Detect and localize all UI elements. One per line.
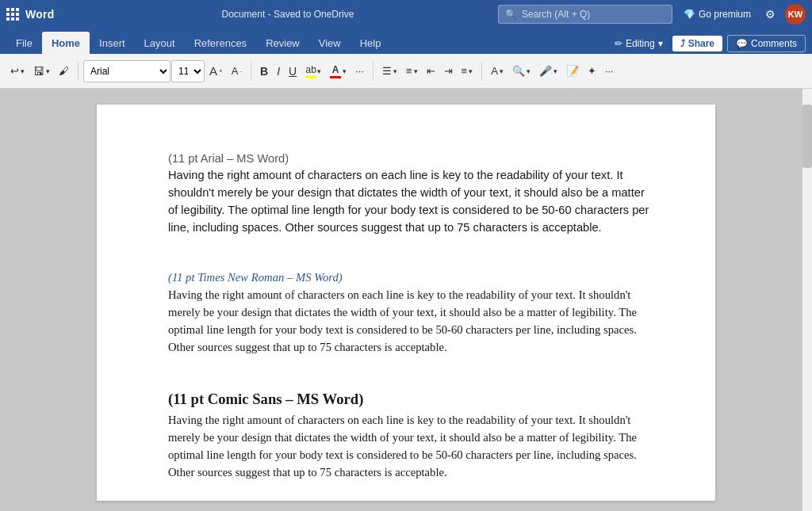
paint-brush-icon: 🖌: [59, 65, 69, 77]
highlight-chevron: ▾: [317, 67, 321, 75]
font-group: Arial Times New Roman Comic Sans MS 11 1…: [83, 59, 246, 83]
search-bar[interactable]: 🔍: [498, 5, 672, 24]
ribbon-tabs-bar: File Home Insert Layout References Revie…: [0, 29, 812, 54]
save-icon: 🖫: [33, 65, 44, 78]
share-icon: ⤴: [680, 38, 685, 49]
undo-group: ↩▾ 🖫 ▾ 🖌: [6, 59, 73, 83]
font-color-chevron: ▾: [343, 67, 347, 75]
search-input[interactable]: [522, 9, 665, 20]
indent-button[interactable]: ⇥: [440, 59, 457, 83]
bullet-list-button[interactable]: ☰▾: [378, 59, 401, 83]
underline-button[interactable]: U: [285, 59, 301, 83]
more-format-button[interactable]: ···: [351, 59, 368, 83]
font-grow-icon: A: [209, 64, 217, 78]
font-color-icon: A: [332, 64, 339, 75]
tab-help[interactable]: Help: [350, 32, 391, 54]
separator-2: [251, 62, 251, 81]
find-icon: 🔍: [512, 65, 525, 77]
tab-home[interactable]: Home: [42, 32, 90, 54]
font-grow-button[interactable]: A+: [205, 59, 227, 83]
tab-references[interactable]: References: [185, 32, 256, 54]
app-icon-area: Word: [6, 8, 78, 21]
share-button[interactable]: ⤴ Share: [672, 36, 722, 51]
go-premium-button[interactable]: 💎 Go premium: [679, 7, 756, 21]
italic-button[interactable]: I: [273, 59, 284, 83]
comment-icon: 💬: [736, 38, 748, 49]
underline-icon: U: [289, 65, 297, 78]
highlight-color-bar: [305, 76, 316, 78]
font-family-select[interactable]: Arial Times New Roman Comic Sans MS: [83, 60, 170, 82]
list-group: ☰▾ ≡▾ ⇤ ⇥ ≡▾: [378, 59, 477, 83]
ribbon-right-actions: ✏ Editing ▾ ⤴ Share 💬 Comments: [610, 35, 806, 54]
text-style-icon: A: [491, 65, 498, 77]
section2-body[interactable]: Having the right amount of characters on…: [168, 286, 652, 356]
font-size-select[interactable]: 11 12 14: [171, 60, 205, 82]
text-style-button[interactable]: A▾: [487, 59, 508, 83]
section2-label: (11 pt Times New Roman – MS Word): [168, 271, 652, 284]
tab-insert[interactable]: Insert: [90, 32, 135, 54]
tab-file[interactable]: File: [6, 32, 42, 54]
font-shrink-button[interactable]: A-: [228, 59, 246, 83]
comments-button[interactable]: 💬 Comments: [727, 35, 806, 52]
style-group: A▾ 🔍▾ 🎤▾ 📝 ✦ ···: [487, 59, 618, 83]
font-color-bar: [330, 76, 341, 78]
format-group: B I U ab ▾ A ▾ ···: [256, 59, 368, 83]
tab-view[interactable]: View: [309, 32, 350, 54]
microphone-icon: 🎤: [539, 65, 552, 77]
more-toolbar-button[interactable]: ···: [601, 59, 618, 83]
undo-button[interactable]: ↩▾: [6, 59, 29, 83]
numbered-list-button[interactable]: ≡▾: [402, 59, 422, 83]
italic-icon: I: [277, 65, 280, 78]
save-button[interactable]: 🖫 ▾: [29, 59, 54, 83]
bold-button[interactable]: B: [256, 59, 272, 83]
scrollbar-track[interactable]: [802, 89, 812, 511]
rewrite-icon: ✦: [588, 65, 596, 77]
align-button[interactable]: ≡▾: [458, 59, 477, 83]
find-button[interactable]: 🔍▾: [508, 59, 534, 83]
avatar[interactable]: KW: [785, 4, 806, 25]
title-bar: Word Document - Saved to OneDrive 🔍 💎 Go…: [0, 0, 812, 29]
editing-mode-button[interactable]: ✏ Editing ▾: [610, 36, 668, 51]
tab-layout[interactable]: Layout: [135, 32, 185, 54]
waffle-icon[interactable]: [6, 8, 19, 21]
paint-format-button[interactable]: 🖌: [55, 59, 73, 83]
editor-button[interactable]: 📝: [562, 59, 583, 83]
highlighter-icon: ab: [305, 64, 316, 75]
document-area: (11 pt Arial – MS Word) Having the right…: [0, 89, 812, 511]
app-name: Word: [25, 8, 55, 21]
scrollbar-thumb[interactable]: [802, 105, 812, 168]
search-icon: 🔍: [505, 9, 517, 20]
outdent-button[interactable]: ⇤: [423, 59, 439, 83]
document-page: (11 pt Arial – MS Word) Having the right…: [97, 105, 715, 501]
separator-3: [373, 62, 373, 81]
section1-label: (11 pt Arial – MS Word): [168, 152, 652, 165]
pencil-icon: ✏: [615, 38, 622, 49]
bold-icon: B: [260, 65, 268, 78]
section3-body[interactable]: Having the right amount of characters on…: [168, 411, 652, 481]
title-right: 💎 Go premium ⚙ KW: [679, 4, 806, 25]
font-shrink-icon: A: [232, 65, 239, 77]
rewrite-button[interactable]: ✦: [584, 59, 600, 83]
dictate-button[interactable]: 🎤▾: [535, 59, 561, 83]
section1-body[interactable]: Having the right amount of characters on…: [168, 166, 652, 236]
title-bar-content: Word Document - Saved to OneDrive 🔍 💎 Go…: [6, 4, 806, 25]
formatting-toolbar: ↩▾ 🖫 ▾ 🖌 Arial Times New Roman Comic San…: [0, 54, 812, 89]
tab-review[interactable]: Review: [256, 32, 309, 54]
doc-title: Document - Saved to OneDrive: [84, 9, 492, 20]
section3-label: (11 pt Comic Sans – MS Word): [168, 391, 652, 408]
diamond-icon: 💎: [684, 9, 695, 20]
section-gap-1: [168, 258, 652, 271]
chevron-down-icon: ▾: [658, 38, 663, 49]
font-color-button[interactable]: A ▾: [326, 59, 350, 83]
separator-4: [481, 62, 482, 81]
settings-button[interactable]: ⚙: [762, 6, 779, 22]
section-gap-2: [168, 378, 652, 391]
separator-1: [78, 62, 79, 81]
editor-icon: 📝: [566, 65, 579, 77]
highlight-button[interactable]: ab ▾: [301, 59, 325, 83]
